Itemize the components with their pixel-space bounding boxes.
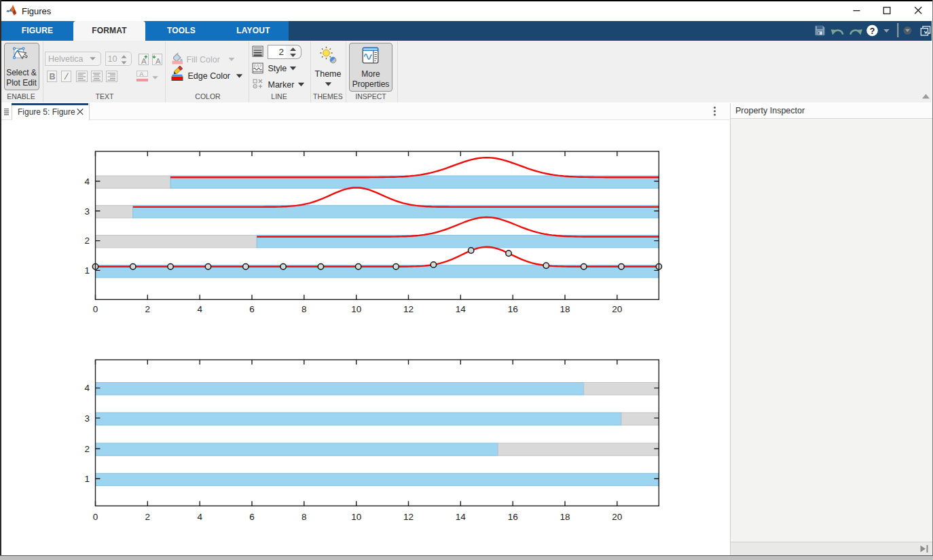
svg-text:12: 12 [403, 304, 414, 314]
svg-text:4: 4 [84, 176, 90, 187]
svg-text:1: 1 [84, 474, 90, 484]
svg-text:18: 18 [560, 304, 570, 314]
svg-text:0: 0 [93, 304, 98, 314]
svg-text:3: 3 [84, 206, 90, 217]
svg-text:10: 10 [351, 512, 361, 522]
svg-text:2: 2 [84, 236, 90, 246]
svg-text:2: 2 [145, 304, 151, 314]
svg-text:16: 16 [508, 512, 518, 522]
svg-text:16: 16 [508, 304, 518, 314]
svg-text:20: 20 [612, 512, 622, 522]
svg-text:1: 1 [84, 265, 90, 276]
svg-text:0: 0 [93, 512, 98, 522]
svg-text:3: 3 [84, 413, 90, 424]
svg-text:6: 6 [249, 304, 255, 314]
svg-text:8: 8 [301, 512, 307, 522]
svg-text:4: 4 [197, 512, 202, 522]
svg-text:2: 2 [145, 512, 151, 522]
svg-text:20: 20 [612, 304, 622, 314]
svg-text:12: 12 [403, 512, 414, 522]
svg-text:14: 14 [456, 304, 466, 314]
svg-text:10: 10 [351, 304, 361, 314]
svg-text:18: 18 [560, 512, 570, 522]
svg-text:4: 4 [197, 304, 202, 314]
svg-text:4: 4 [84, 383, 90, 393]
svg-text:14: 14 [456, 512, 466, 522]
svg-text:2: 2 [84, 444, 90, 454]
svg-text:8: 8 [301, 304, 307, 314]
svg-text:6: 6 [249, 512, 255, 522]
